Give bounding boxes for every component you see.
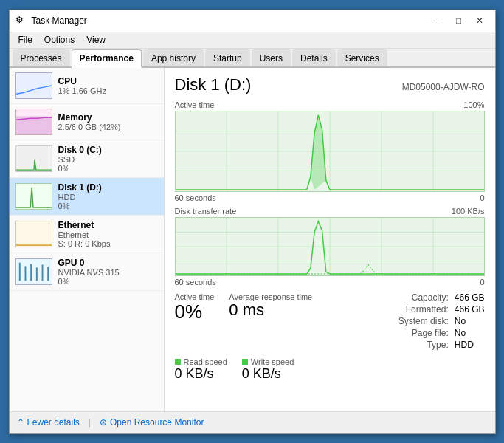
gpu0-thumbnail [15, 258, 52, 285]
gpu0-info: GPU 0 NVIDIA NVS 315 0% [58, 258, 158, 286]
menu-file[interactable]: File [13, 33, 38, 47]
transfer-rate-section: Disk transfer rate 100 KB/s [175, 207, 485, 286]
write-label-text: Write speed [251, 357, 294, 366]
ethernet-sub1: Ethernet [58, 230, 158, 239]
page-file-val: No [455, 328, 466, 338]
memory-sub: 2.5/6.0 GB (42%) [58, 123, 158, 131]
open-resource-monitor-button[interactable]: ⊛ Open Resource Monitor [100, 417, 204, 427]
tab-users[interactable]: Users [252, 49, 291, 66]
disk1-thumbnail [15, 183, 52, 210]
disk1-name: Disk 1 (D:) [58, 182, 158, 193]
active-time-stat: Active time 0% [175, 292, 215, 323]
speed-row: Read speed 0 KB/s Write speed 0 KB/s [175, 357, 485, 382]
disk0-info: Disk 0 (C:) SSD 0% [58, 145, 158, 173]
sidebar-item-disk1[interactable]: Disk 1 (D:) HDD 0% [10, 178, 164, 216]
tab-startup[interactable]: Startup [205, 49, 250, 66]
window-title: Task Manager [32, 16, 429, 26]
system-disk-row: System disk: No [382, 316, 485, 326]
task-manager-window: ⚙ Task Manager — □ ✕ File Options View P… [9, 10, 496, 434]
disk-model: MD05000-AJDW-RO [402, 82, 485, 92]
chart2-time-label: 60 seconds [175, 278, 216, 286]
active-time-value: 0% [175, 301, 215, 323]
menu-bar: File Options View [10, 32, 495, 49]
avg-response-stat: Average response time 0 ms [229, 292, 312, 319]
footer-separator: | [89, 417, 91, 427]
disk0-thumbnail [15, 145, 52, 172]
cpu-sub: 1% 1.66 GHz [58, 86, 158, 95]
main-panel: Disk 1 (D:) MD05000-AJDW-RO Active time … [165, 68, 495, 411]
minimize-button[interactable]: — [429, 13, 448, 28]
read-speed-value: 0 KB/s [175, 366, 227, 382]
stats-row: Active time 0% Average response time 0 m… [175, 292, 485, 351]
chart1-label: Active time [175, 100, 215, 109]
chart2-zero: 0 [480, 278, 484, 286]
disk0-sub2: 0% [58, 164, 158, 173]
read-speed-item: Read speed 0 KB/s [175, 357, 227, 382]
sidebar-item-gpu0[interactable]: GPU 0 NVIDIA NVS 315 0% [10, 253, 164, 291]
sidebar-item-disk0[interactable]: Disk 0 (C:) SSD 0% [10, 140, 164, 178]
monitor-icon: ⊛ [100, 417, 107, 427]
tab-app-history[interactable]: App history [143, 49, 204, 66]
disk1-sub2: 0% [58, 202, 158, 210]
active-time-label: Active time [175, 292, 215, 301]
gpu0-sub1: NVIDIA NVS 315 [58, 268, 158, 277]
chart1-zero: 0 [480, 193, 484, 202]
gpu0-name: GPU 0 [58, 258, 158, 268]
close-button[interactable]: ✕ [470, 13, 489, 28]
cpu-thumbnail [15, 72, 52, 99]
sidebar-item-cpu[interactable]: CPU 1% 1.66 GHz [10, 68, 164, 104]
page-file-row: Page file: No [382, 328, 485, 338]
ethernet-name: Ethernet [58, 220, 158, 230]
fewer-details-label: Fewer details [27, 417, 80, 427]
type-key: Type: [382, 340, 449, 350]
memory-name: Memory [58, 112, 158, 123]
disk1-sub1: HDD [58, 193, 158, 202]
chart2-max: 100 KB/s [452, 207, 485, 216]
capacity-val: 466 GB [455, 292, 485, 303]
open-monitor-label: Open Resource Monitor [110, 417, 204, 427]
tab-processes[interactable]: Processes [13, 49, 70, 66]
chart1-time-label: 60 seconds [175, 193, 216, 202]
tab-details[interactable]: Details [292, 49, 336, 66]
app-icon: ⚙ [15, 15, 27, 27]
chart2-footer: 60 seconds 0 [175, 278, 485, 286]
avg-response-label: Average response time [229, 292, 312, 301]
transfer-rate-chart [175, 217, 485, 276]
chart1-label-row: Active time 100% [175, 100, 485, 109]
tabs-bar: Processes Performance App history Startu… [10, 49, 495, 68]
write-speed-label: Write speed [242, 357, 294, 366]
ethernet-info: Ethernet Ethernet S: 0 R: 0 Kbps [58, 220, 158, 248]
active-time-chart [175, 111, 485, 192]
capacity-row: Capacity: 466 GB [382, 292, 485, 303]
fewer-details-button[interactable]: ⌃ Fewer details [17, 417, 80, 427]
sidebar: CPU 1% 1.66 GHz Memory 2.5/6.0 GB (42%) [10, 68, 165, 411]
maximize-button[interactable]: □ [449, 13, 469, 28]
disk-title: Disk 1 (D:) [175, 75, 252, 95]
ethernet-thumbnail [15, 221, 52, 247]
menu-options[interactable]: Options [38, 33, 80, 47]
title-bar: ⚙ Task Manager — □ ✕ [10, 10, 495, 32]
formatted-key: Formatted: [382, 304, 449, 315]
avg-response-value: 0 ms [229, 301, 312, 319]
content-area: CPU 1% 1.66 GHz Memory 2.5/6.0 GB (42%) [10, 68, 495, 411]
disk0-sub1: SSD [58, 155, 158, 164]
sidebar-item-memory[interactable]: Memory 2.5/6.0 GB (42%) [10, 104, 164, 140]
formatted-val: 466 GB [455, 304, 485, 315]
tab-performance[interactable]: Performance [72, 49, 142, 68]
gpu0-sub2: 0% [58, 277, 158, 286]
sidebar-item-ethernet[interactable]: Ethernet Ethernet S: 0 R: 0 Kbps [10, 216, 164, 253]
read-dot [175, 359, 181, 365]
disk1-info: Disk 1 (D:) HDD 0% [58, 182, 158, 210]
formatted-row: Formatted: 466 GB [382, 304, 485, 315]
page-file-key: Page file: [382, 328, 449, 338]
svg-marker-15 [310, 114, 325, 189]
menu-view[interactable]: View [80, 33, 111, 47]
tab-services[interactable]: Services [337, 49, 387, 66]
chart2-label: Disk transfer rate [175, 207, 237, 216]
system-disk-val: No [455, 316, 466, 326]
read-label-text: Read speed [184, 357, 227, 366]
footer-bar: ⌃ Fewer details | ⊛ Open Resource Monito… [10, 411, 495, 433]
memory-thumbnail [15, 109, 52, 135]
chart2-label-row: Disk transfer rate 100 KB/s [175, 207, 485, 216]
chart1-max: 100% [463, 100, 484, 109]
